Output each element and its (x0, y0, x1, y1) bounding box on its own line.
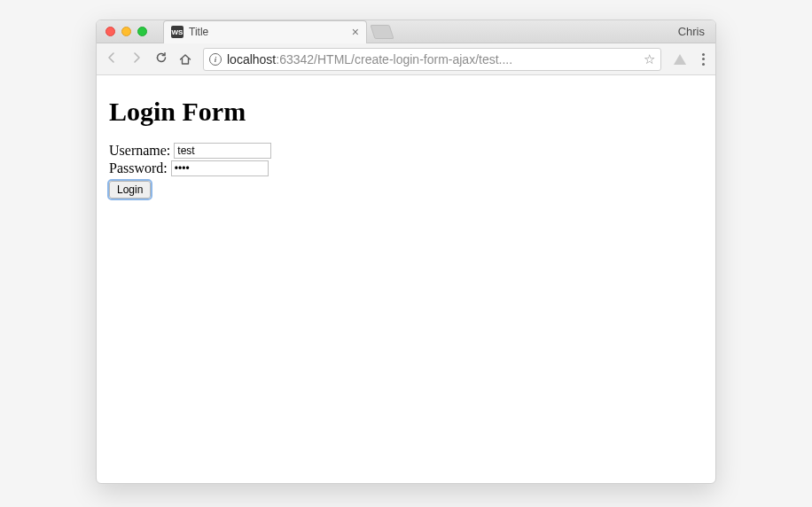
maximize-window-button[interactable] (137, 27, 147, 36)
page-content: Login Form Username: Password: Login (97, 75, 715, 207)
kebab-menu-icon[interactable] (699, 53, 708, 66)
address-bar[interactable]: i localhost:63342/HTML/create-login-form… (203, 48, 661, 71)
username-row: Username: (109, 143, 703, 159)
browser-window: WS Title × Chris i localhost:63342/HTML/… (96, 20, 716, 484)
new-tab-button[interactable] (370, 25, 394, 39)
forward-icon[interactable] (129, 51, 144, 68)
username-label: Username: (109, 143, 170, 159)
drive-extension-icon[interactable] (674, 54, 686, 65)
password-label: Password: (109, 160, 168, 176)
password-input[interactable] (171, 160, 269, 176)
url-text: localhost:63342/HTML/create-login-form-a… (227, 52, 638, 66)
profile-name[interactable]: Chris (678, 25, 705, 38)
url-path: :63342/HTML/create-login-form-ajax/test.… (276, 52, 512, 66)
close-tab-icon[interactable]: × (352, 26, 359, 38)
home-icon[interactable] (178, 52, 194, 66)
page-heading: Login Form (109, 97, 703, 127)
bookmark-star-icon[interactable]: ☆ (644, 51, 655, 67)
webstorm-favicon-icon: WS (171, 26, 183, 38)
minimize-window-button[interactable] (121, 27, 131, 36)
window-controls (97, 27, 147, 36)
toolbar: i localhost:63342/HTML/create-login-form… (97, 43, 715, 75)
browser-tab[interactable]: WS Title × (163, 20, 367, 43)
close-window-button[interactable] (105, 27, 115, 36)
site-info-icon[interactable]: i (209, 53, 222, 66)
password-row: Password: (109, 160, 703, 176)
titlebar: WS Title × Chris (97, 20, 715, 43)
login-button[interactable]: Login (109, 181, 151, 199)
reload-icon[interactable] (153, 51, 169, 68)
back-icon[interactable] (104, 51, 120, 68)
username-input[interactable] (174, 143, 271, 159)
tab-title: Title (189, 26, 347, 38)
url-host: localhost (227, 52, 276, 66)
